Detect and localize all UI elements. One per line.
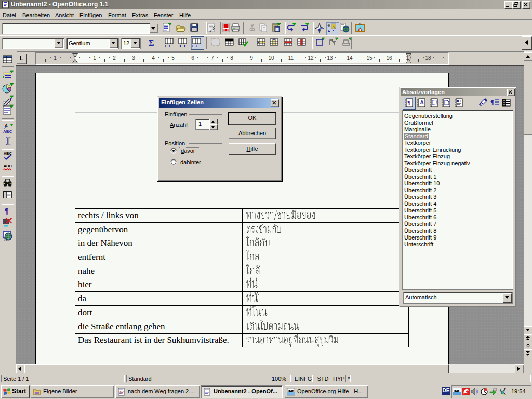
svg-text:W: W — [119, 390, 124, 395]
svg-text:ABC: ABC — [4, 164, 12, 168]
svg-text:ABC: ABC — [3, 129, 12, 134]
svg-text:¶: ¶ — [407, 99, 410, 105]
svg-text:¶: ¶ — [490, 99, 494, 106]
svg-text:A: A — [420, 100, 424, 105]
svg-text:¶: ¶ — [5, 207, 9, 215]
